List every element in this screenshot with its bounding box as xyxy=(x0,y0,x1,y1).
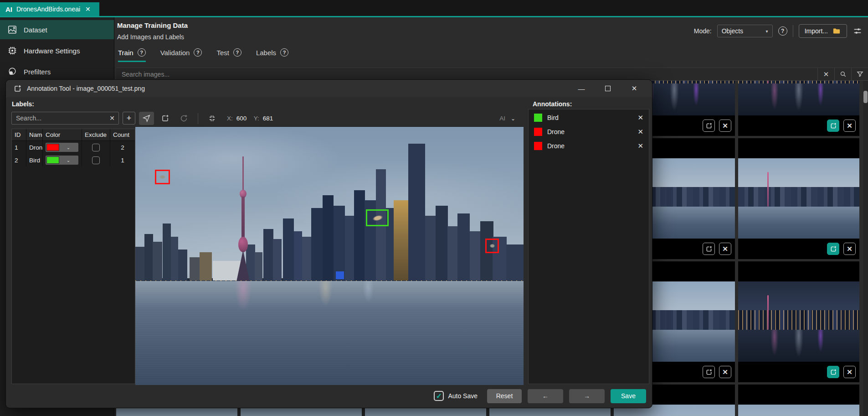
card-buttons: ✕ xyxy=(827,120,856,132)
grid-scrollbar-handle[interactable] xyxy=(863,91,868,103)
previous-image-button[interactable]: ← xyxy=(528,389,563,403)
annotation-toolbar: X: 600 Y: 681 AI ⌄ xyxy=(135,110,524,127)
delete-annotation-button[interactable]: ✕ xyxy=(637,142,643,150)
labels-search-input[interactable] xyxy=(12,114,106,122)
annotate-image-button[interactable] xyxy=(703,366,715,378)
next-image-button[interactable]: → xyxy=(569,389,605,403)
annotate-image-button[interactable] xyxy=(703,243,715,255)
remove-image-button[interactable]: ✕ xyxy=(719,366,731,378)
label-row-bird[interactable]: 2 Bird ⌄ 1 xyxy=(12,154,135,166)
remove-image-button[interactable]: ✕ xyxy=(843,366,856,378)
import-button[interactable]: Import... xyxy=(799,24,847,38)
sidebar-item-hardware-settings[interactable]: Hardware Settings xyxy=(0,41,114,60)
y-coordinate-value: 681 xyxy=(263,115,277,122)
toolbar-divider xyxy=(198,113,198,124)
tab-help-icon[interactable]: ? xyxy=(280,48,288,57)
reset-button[interactable]: Reset xyxy=(487,389,522,403)
image-thumbnail[interactable] xyxy=(738,158,859,239)
window-controls: — ✕ xyxy=(577,84,645,93)
search-images-input[interactable] xyxy=(116,71,817,78)
close-tab-icon[interactable]: ✕ xyxy=(85,5,91,13)
tab-help-icon[interactable]: ? xyxy=(194,48,202,57)
label-id: 2 xyxy=(12,154,26,166)
sidebar-item-dataset[interactable]: Dataset xyxy=(0,20,114,39)
image-card: ✕ xyxy=(738,261,859,382)
annotation-box-bird[interactable] xyxy=(366,209,389,227)
annotate-image-button[interactable] xyxy=(827,366,839,378)
tab-train[interactable]: Train ? xyxy=(118,48,146,62)
label-color-dropdown[interactable]: ⌄ xyxy=(46,143,78,152)
label-name: Bird xyxy=(26,154,43,166)
sidebar-item-prefilters[interactable]: Prefilters xyxy=(0,62,114,81)
image-thumbnail[interactable] xyxy=(738,405,859,416)
mode-select[interactable]: Objects ▾ xyxy=(717,25,773,37)
annotation-label: Drone xyxy=(547,128,565,135)
tab-test[interactable]: Test ? xyxy=(216,48,241,62)
view-settings-icon[interactable] xyxy=(853,26,863,36)
label-id: 1 xyxy=(12,141,26,154)
add-label-button[interactable]: + xyxy=(123,112,135,125)
search-button[interactable] xyxy=(834,68,851,80)
fit-view-button[interactable] xyxy=(205,112,220,125)
delete-annotation-button[interactable]: ✕ xyxy=(637,114,643,122)
project-file-tab[interactable]: AI DronesAndBirds.oneai ✕ xyxy=(0,2,99,16)
auto-save-toggle[interactable]: ✓ Auto Save xyxy=(434,391,478,401)
rotate-add-icon xyxy=(180,114,188,123)
add-box-tool-button[interactable] xyxy=(158,112,173,125)
chevron-down-icon: ⌄ xyxy=(59,145,77,150)
maximize-button[interactable] xyxy=(604,84,612,93)
tab-labels[interactable]: Labels ? xyxy=(256,48,288,62)
clear-labels-search-icon[interactable]: ✕ xyxy=(106,114,118,122)
tab-help-icon[interactable]: ? xyxy=(233,48,241,57)
select-tool-button[interactable] xyxy=(139,112,154,125)
tower-silhouette xyxy=(767,295,769,330)
column-header-count: Count xyxy=(110,129,135,140)
maximize-icon xyxy=(605,86,611,91)
auto-save-checkbox[interactable]: ✓ xyxy=(434,391,444,401)
x-coordinate-label: X: xyxy=(227,115,233,122)
add-box-icon xyxy=(830,245,837,253)
ai-assist-dropdown[interactable]: AI ⌄ xyxy=(499,115,520,122)
close-dialog-button[interactable]: ✕ xyxy=(630,84,638,93)
annotation-canvas[interactable] xyxy=(135,127,524,385)
add-rotated-box-tool-button[interactable] xyxy=(176,112,191,125)
dialog-title-bar[interactable]: Annotation Tool - image_000051_test.png … xyxy=(6,80,652,97)
annotation-box-drone[interactable] xyxy=(155,170,170,184)
image-thumbnail[interactable] xyxy=(738,81,859,115)
annotate-image-button[interactable] xyxy=(703,120,715,132)
delete-annotation-button[interactable]: ✕ xyxy=(637,128,643,136)
label-color-dropdown[interactable]: ⌄ xyxy=(46,156,78,165)
grid-scrollbar-track[interactable] xyxy=(863,81,868,416)
annotate-image-button[interactable] xyxy=(827,243,839,255)
filter-button[interactable] xyxy=(851,68,868,80)
label-row-drone[interactable]: 1 Drone ⌄ 2 xyxy=(12,141,135,154)
annotation-list-item[interactable]: Drone ✕ xyxy=(529,139,649,153)
minimize-button[interactable]: — xyxy=(577,84,586,93)
remove-image-button[interactable]: ✕ xyxy=(719,120,731,132)
labels-table: ID Name Color Exclude Count 1 Drone ⌄ xyxy=(11,129,135,384)
ai-assist-label: AI xyxy=(499,115,505,122)
image-card: ✕ xyxy=(738,138,859,259)
cursor-coordinates: X: 600 Y: 681 xyxy=(227,115,277,122)
annotate-image-button[interactable] xyxy=(827,120,839,132)
mode-help-button[interactable]: ? xyxy=(778,26,787,36)
annotation-list-item[interactable]: Drone ✕ xyxy=(529,125,649,139)
save-button[interactable]: Save xyxy=(611,389,646,403)
tab-validation[interactable]: Validation ? xyxy=(160,48,202,62)
window-tab-bar: AI DronesAndBirds.oneai ✕ xyxy=(0,0,868,16)
add-box-icon xyxy=(705,369,713,376)
exclude-checkbox[interactable] xyxy=(92,156,100,164)
dialog-footer: ✓ Auto Save Reset ← → Save xyxy=(6,384,652,408)
image-thumbnail[interactable] xyxy=(738,281,859,362)
mode-label: Mode: xyxy=(694,27,712,35)
sidebar-item-label: Dataset xyxy=(24,26,47,34)
exclude-checkbox[interactable] xyxy=(92,144,100,151)
clear-search-button[interactable]: ✕ xyxy=(817,68,834,80)
annotation-list-item[interactable]: Bird ✕ xyxy=(529,110,649,125)
remove-image-button[interactable]: ✕ xyxy=(843,243,856,255)
tab-help-icon[interactable]: ? xyxy=(138,48,146,57)
annotation-color-swatch xyxy=(534,142,542,150)
remove-image-button[interactable]: ✕ xyxy=(719,243,731,255)
annotation-box-drone[interactable] xyxy=(485,239,499,253)
remove-image-button[interactable]: ✕ xyxy=(843,120,856,132)
